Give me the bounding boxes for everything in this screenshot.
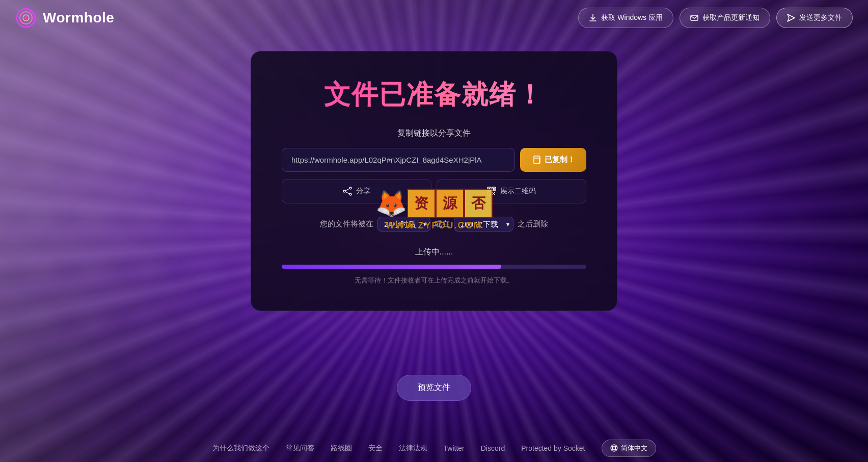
copy-label: 已复制！ — [545, 155, 575, 165]
share-button[interactable]: 分享 — [282, 179, 431, 203]
svg-line-11 — [345, 192, 349, 194]
footer: 为什么我们做这个 常见问答 路线圈 安全 法律法规 Twitter Discor… — [0, 434, 868, 462]
upload-label: 上传中...... — [282, 247, 586, 258]
qr-button[interactable]: 展示二维码 — [437, 179, 586, 203]
share-icon — [343, 187, 352, 196]
svg-point-7 — [349, 187, 351, 189]
footer-link-legal[interactable]: 法律法规 — [399, 444, 427, 453]
downloads-select[interactable]: 100 次下载 50 次下载 10 次下载 — [454, 217, 513, 232]
windows-app-button[interactable]: 获取 Windows 应用 — [578, 8, 673, 28]
upload-note: 无需等待！文件接收者可在上传完成之前就开始下载。 — [282, 276, 586, 285]
lang-label: 简体中文 — [621, 444, 647, 453]
svg-point-9 — [343, 190, 345, 192]
notify-button[interactable]: 获取产品更新通知 — [680, 8, 770, 28]
footer-link-socket[interactable]: Protected by Socket — [521, 444, 585, 452]
expiry-row: 您的文件将被在 24小时后 48小时后 72小时后 或在 100 次下载 50 … — [282, 217, 586, 232]
svg-rect-17 — [489, 193, 490, 194]
logo-text: Wormhole — [43, 10, 114, 26]
footer-link-twitter[interactable]: Twitter — [444, 444, 465, 452]
preview-button[interactable]: 预览文件 — [397, 375, 471, 401]
copy-button[interactable]: 已复制！ — [520, 148, 586, 172]
footer-link-discord[interactable]: Discord — [481, 444, 505, 452]
main-card: 文件已准备就绪！ 复制链接以分享文件 已复制！ 分享 — [251, 51, 617, 311]
qr-icon — [487, 187, 496, 196]
time-select[interactable]: 24小时后 48小时后 72小时后 — [377, 217, 430, 232]
svg-rect-13 — [489, 188, 490, 190]
svg-rect-21 — [494, 194, 495, 195]
copy-icon — [531, 156, 540, 165]
windows-app-label: 获取 Windows 应用 — [601, 13, 663, 22]
upload-section: 上传中...... 无需等待！文件接收者可在上传完成之前就开始下载。 — [282, 247, 586, 285]
svg-rect-4 — [691, 15, 698, 20]
mail-icon — [690, 14, 698, 22]
expiry-prefix: 您的文件将被在 — [320, 219, 373, 229]
svg-point-8 — [349, 193, 351, 195]
send-more-button[interactable]: 发送更多文件 — [776, 8, 853, 28]
svg-point-3 — [24, 16, 28, 19]
logo-area: Wormhole — [15, 7, 114, 29]
progress-bar-fill — [282, 265, 501, 269]
footer-link-security[interactable]: 安全 — [368, 444, 383, 453]
notify-label: 获取产品更新通知 — [702, 13, 760, 22]
download-icon — [589, 14, 597, 22]
send-more-label: 发送更多文件 — [799, 13, 842, 22]
svg-line-10 — [345, 189, 349, 191]
language-button[interactable]: 简体中文 — [602, 440, 656, 457]
share-label: 分享 — [356, 187, 370, 196]
share-row: 分享 展示二维码 — [282, 179, 586, 203]
logo-icon — [15, 7, 37, 29]
navbar: Wormhole 获取 Windows 应用 获取产品更新通知 发送更多文件 — [0, 0, 868, 36]
card-title: 文件已准备就绪！ — [282, 77, 586, 113]
svg-marker-5 — [788, 14, 795, 21]
preview-section: 预览文件 — [397, 375, 471, 401]
downloads-select-wrapper: 100 次下载 50 次下载 10 次下载 — [454, 217, 513, 232]
progress-bar-background — [282, 265, 586, 269]
footer-link-why[interactable]: 为什么我们做这个 — [212, 444, 269, 453]
qr-label: 展示二维码 — [500, 187, 536, 196]
svg-rect-22 — [493, 193, 494, 194]
send-icon — [787, 14, 795, 22]
nav-buttons: 获取 Windows 应用 获取产品更新通知 发送更多文件 — [578, 8, 853, 28]
footer-link-faq[interactable]: 常见问答 — [286, 444, 314, 453]
time-select-wrapper: 24小时后 48小时后 72小时后 — [377, 217, 430, 232]
svg-rect-18 — [492, 192, 493, 193]
subtitle: 复制链接以分享文件 — [282, 128, 586, 139]
svg-rect-19 — [494, 192, 495, 193]
svg-rect-15 — [493, 188, 495, 190]
svg-rect-20 — [492, 194, 493, 195]
preview-label: 预览文件 — [418, 383, 450, 392]
globe-icon — [610, 444, 618, 452]
expiry-or: 或在 — [435, 219, 450, 229]
expiry-suffix: 之后删除 — [518, 219, 548, 229]
url-input[interactable] — [282, 148, 515, 172]
url-row: 已复制！ — [282, 148, 586, 172]
footer-link-roadmap[interactable]: 路线圈 — [331, 444, 352, 453]
